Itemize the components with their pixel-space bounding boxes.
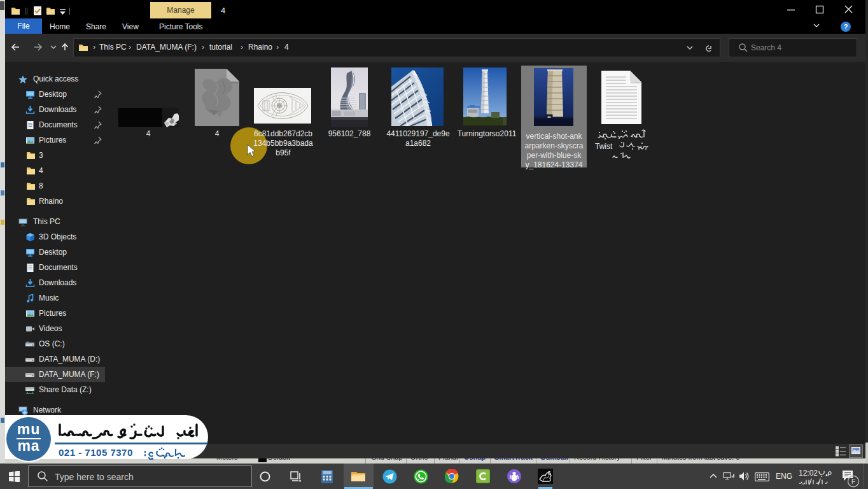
svg-text:F: F [851, 478, 855, 485]
svg-text:6: 6 [548, 470, 551, 476]
svg-text:?: ? [844, 23, 848, 31]
svg-text:Twist: Twist [595, 142, 613, 151]
